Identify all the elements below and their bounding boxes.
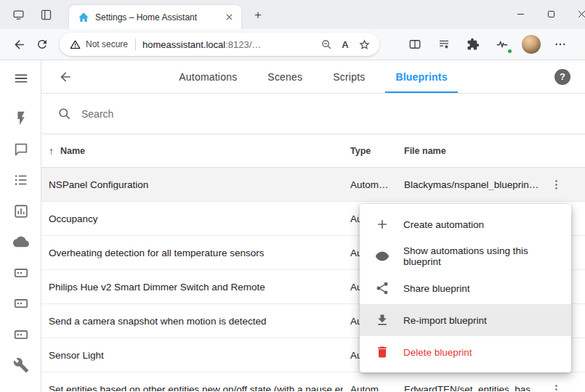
url-path[interactable]: :8123/… [225, 39, 261, 50]
close-window-button[interactable] [566, 2, 585, 25]
column-header-file-name[interactable]: File name [404, 146, 446, 156]
row-name: Send a camera snapshot when motion is de… [49, 316, 266, 327]
sidebar-item-server-2[interactable] [12, 294, 30, 312]
server-icon [13, 265, 29, 281]
sidebar-menu-button[interactable] [12, 69, 30, 87]
sidebar-item-cloud[interactable] [12, 232, 30, 250]
vertical-tabs-button[interactable] [36, 5, 55, 24]
minimize-button[interactable] [505, 2, 536, 25]
tab-scripts[interactable]: Scripts [323, 60, 375, 93]
browser-essentials-button[interactable] [491, 33, 514, 56]
tab-scenes[interactable]: Scenes [257, 60, 312, 93]
close-icon [225, 13, 233, 21]
chart-box-icon [13, 203, 29, 219]
ha-sidebar [0, 60, 41, 391]
profile-button[interactable] [520, 33, 543, 56]
menu-item-share-blueprint[interactable]: Share blueprint [360, 272, 571, 304]
new-tab-button[interactable]: + [249, 7, 267, 24]
row-name: Philips Hue v2 Smart Dimmer Switch and R… [49, 282, 265, 293]
table-row[interactable]: Set entities based on other entities new… [41, 372, 585, 391]
sidebar-item-server-3[interactable] [12, 325, 30, 343]
ha-top-nav: Automations Scenes Scripts Blueprints ? [41, 60, 585, 94]
column-header-name[interactable]: ↑ Name [49, 145, 85, 157]
extensions-button[interactable] [461, 33, 485, 56]
search-bar[interactable]: Search [41, 94, 585, 134]
tab-automations[interactable]: Automations [169, 60, 247, 93]
row-name: Sensor Light [49, 350, 104, 361]
row-type: Autom… [350, 179, 389, 190]
server-icon [13, 327, 29, 343]
toolbar-right-icons [403, 33, 578, 56]
row-name: Set entities based on other entities new… [49, 384, 343, 392]
not-secure-warning-icon [70, 39, 81, 50]
sidebar-item-server-1[interactable] [12, 264, 30, 282]
nav-tabs: Automations Scenes Scripts Blueprints [169, 60, 457, 93]
browser-menu-button[interactable] [549, 33, 572, 56]
nav-back-button[interactable] [56, 68, 75, 86]
tab-blueprints[interactable]: Blueprints [385, 60, 457, 93]
plus-icon [374, 216, 390, 232]
table-header: ↑ Name Type File name [41, 134, 585, 168]
search-icon [57, 107, 71, 121]
refresh-button[interactable] [31, 33, 54, 56]
menu-item-label: Share blueprint [403, 283, 470, 294]
menu-item-reimport-blueprint[interactable]: Re-import blueprint [360, 304, 571, 336]
table-row[interactable]: NSPanel Configuration Autom… Blackymas/n… [41, 168, 585, 202]
search-placeholder: Search [81, 108, 113, 120]
favorite-star-icon[interactable] [355, 35, 374, 54]
split-screen-button[interactable] [403, 33, 427, 56]
address-bar[interactable]: Not secure homeassistant.local :8123/… A [60, 33, 379, 56]
screen: Settings – Home Assistant + [0, 0, 585, 392]
sort-ascending-icon: ↑ [49, 145, 54, 157]
favorites-icon [437, 38, 451, 51]
sidebar-item-list[interactable] [12, 171, 30, 189]
window-controls [505, 2, 585, 25]
row-overflow-button[interactable] [546, 379, 566, 391]
menu-item-label: Re-import blueprint [403, 315, 487, 326]
workspaces-button[interactable] [9, 5, 28, 24]
back-button[interactable] [7, 33, 31, 56]
tab-title: Settings – Home Assistant [95, 12, 217, 23]
browser-toolbar: Not secure homeassistant.local :8123/… A [0, 29, 585, 60]
share-icon [374, 280, 390, 296]
help-button[interactable]: ? [554, 69, 570, 85]
column-header-type[interactable]: Type [350, 146, 371, 156]
status-dot [507, 48, 513, 54]
row-name: Occupancy [49, 213, 98, 224]
browser-tab-strip: Settings – Home Assistant + [0, 0, 585, 29]
refresh-icon [36, 38, 49, 51]
zoom-out-icon[interactable] [317, 35, 336, 54]
chat-square-icon [13, 142, 29, 158]
tab-strip-left-icons [9, 5, 55, 24]
eye-icon [374, 248, 390, 264]
menu-item-show-automations[interactable]: Show automations using this blueprint [360, 240, 571, 272]
sidebar-item-logbook[interactable] [12, 140, 30, 158]
row-type: Autom… [350, 384, 389, 392]
row-overflow-button[interactable] [546, 174, 566, 195]
tab-close-button[interactable] [222, 11, 235, 24]
vertical-tabs-icon [40, 9, 52, 21]
favorites-button[interactable] [432, 33, 456, 56]
menu-item-create-automation[interactable]: Create automation [360, 208, 571, 240]
row-file-name: EdwardTEN/set_entities_bas… [404, 384, 541, 392]
sidebar-item-history[interactable] [12, 202, 30, 220]
column-label: Name [60, 146, 85, 156]
lightning-icon [13, 110, 29, 126]
server-icon [13, 295, 29, 311]
sidebar-item-energy[interactable] [12, 109, 30, 127]
ellipsis-icon [554, 38, 567, 51]
maximize-button[interactable] [536, 2, 566, 25]
download-icon [374, 312, 390, 328]
read-aloud-icon[interactable]: A [336, 35, 355, 54]
profile-avatar [522, 35, 541, 54]
url-host[interactable]: homeassistant.local [142, 39, 225, 50]
back-arrow-icon [12, 38, 26, 52]
browser-tab[interactable]: Settings – Home Assistant [69, 5, 241, 29]
menu-item-label: Show automations using this blueprint [403, 245, 561, 267]
wrench-icon [13, 357, 29, 373]
sidebar-item-tools[interactable] [12, 356, 30, 374]
menu-item-delete-blueprint[interactable]: Delete blueprint [360, 336, 571, 368]
minimize-icon [515, 9, 526, 20]
security-label[interactable]: Not secure [86, 39, 128, 49]
trash-icon [374, 344, 390, 360]
